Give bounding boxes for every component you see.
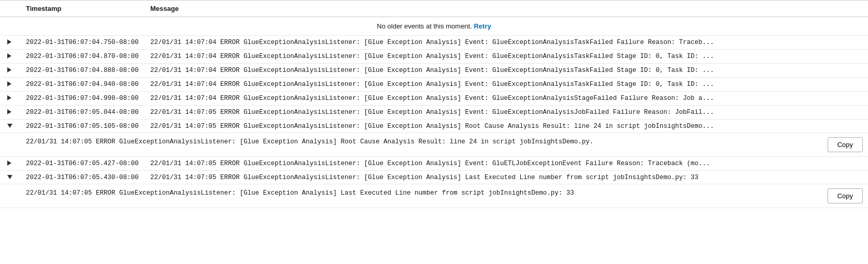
message-cell: 22/01/31 14:07:04 ERROR GlueExceptionAna… xyxy=(145,92,868,106)
triangle-right-icon xyxy=(7,95,11,100)
no-events-text: No older events at this moment. xyxy=(377,22,474,30)
timestamp-cell: 2022-01-31T06:07:05.430-08:00 xyxy=(21,171,145,184)
timestamp-cell: 2022-01-31T06:07:05.105-08:00 xyxy=(21,120,145,133)
expand-cell[interactable] xyxy=(0,78,21,92)
timestamp-cell: 2022-01-31T06:07:04.750-08:00 xyxy=(21,36,145,50)
message-cell: 22/01/31 14:07:04 ERROR GlueExceptionAna… xyxy=(145,64,868,78)
expand-cell[interactable] xyxy=(0,64,21,78)
header-timestamp: Timestamp xyxy=(21,1,145,17)
log-table: Timestamp Message No older events at thi… xyxy=(0,0,868,208)
expanded-cell: 22/01/31 14:07:05 ERROR GlueExceptionAna… xyxy=(0,133,868,157)
expand-button[interactable] xyxy=(5,122,15,130)
table-row: 2022-01-31T06:07:04.870-08:0022/01/31 14… xyxy=(0,50,868,64)
message-cell: 22/01/31 14:07:04 ERROR GlueExceptionAna… xyxy=(145,78,868,92)
triangle-down-icon xyxy=(7,124,12,128)
no-events-row: No older events at this moment. Retry xyxy=(0,17,868,36)
timestamp-cell: 2022-01-31T06:07:05.427-08:00 xyxy=(21,157,145,171)
expand-button[interactable] xyxy=(5,108,13,116)
triangle-right-icon xyxy=(7,109,11,114)
triangle-down-icon xyxy=(7,175,12,179)
triangle-right-icon xyxy=(7,39,11,45)
expand-button[interactable] xyxy=(5,52,13,61)
table-header: Timestamp Message xyxy=(0,1,868,17)
expand-cell[interactable] xyxy=(0,171,21,184)
retry-link[interactable]: Retry xyxy=(474,22,491,30)
expanded-content-row: 22/01/31 14:07:05 ERROR GlueExceptionAna… xyxy=(0,133,868,157)
message-cell: 22/01/31 14:07:05 ERROR GlueExceptionAna… xyxy=(145,171,868,184)
triangle-right-icon xyxy=(7,67,11,72)
expanded-text: 22/01/31 14:07:05 ERROR GlueExceptionAna… xyxy=(26,137,817,147)
header-message: Message xyxy=(145,1,868,17)
expanded-text: 22/01/31 14:07:05 ERROR GlueExceptionAna… xyxy=(26,188,817,198)
table-row: 2022-01-31T06:07:05.427-08:0022/01/31 14… xyxy=(0,157,868,171)
expand-button[interactable] xyxy=(5,159,13,168)
expand-button[interactable] xyxy=(5,173,15,181)
message-cell: 22/01/31 14:07:04 ERROR GlueExceptionAna… xyxy=(145,50,868,64)
expand-button[interactable] xyxy=(5,80,13,89)
message-cell: 22/01/31 14:07:05 ERROR GlueExceptionAna… xyxy=(145,120,868,133)
timestamp-cell: 2022-01-31T06:07:04.870-08:00 xyxy=(21,50,145,64)
expand-cell[interactable] xyxy=(0,106,21,120)
timestamp-cell: 2022-01-31T06:07:04.940-08:00 xyxy=(21,78,145,92)
table-row: 2022-01-31T06:07:05.430-08:0022/01/31 14… xyxy=(0,171,868,184)
table-row: 2022-01-31T06:07:04.888-08:0022/01/31 14… xyxy=(0,64,868,78)
table-row: 2022-01-31T06:07:05.105-08:0022/01/31 14… xyxy=(0,120,868,133)
expand-button[interactable] xyxy=(5,66,13,75)
triangle-right-icon xyxy=(7,160,11,166)
table-row: 2022-01-31T06:07:05.044-08:0022/01/31 14… xyxy=(0,106,868,120)
expand-button[interactable] xyxy=(5,38,13,47)
expand-cell[interactable] xyxy=(0,157,21,171)
expanded-content-wrapper: 22/01/31 14:07:05 ERROR GlueExceptionAna… xyxy=(26,188,863,203)
header-expand xyxy=(0,1,21,17)
expanded-content-row: 22/01/31 14:07:05 ERROR GlueExceptionAna… xyxy=(0,184,868,208)
triangle-right-icon xyxy=(7,81,11,86)
expand-cell[interactable] xyxy=(0,92,21,106)
copy-button[interactable]: Copy xyxy=(828,137,863,152)
expand-cell[interactable] xyxy=(0,50,21,64)
expand-cell[interactable] xyxy=(0,120,21,133)
message-cell: 22/01/31 14:07:05 ERROR GlueExceptionAna… xyxy=(145,157,868,171)
timestamp-cell: 2022-01-31T06:07:05.044-08:00 xyxy=(21,106,145,120)
message-cell: 22/01/31 14:07:05 ERROR GlueExceptionAna… xyxy=(145,106,868,120)
expanded-content-wrapper: 22/01/31 14:07:05 ERROR GlueExceptionAna… xyxy=(26,137,863,152)
expanded-cell: 22/01/31 14:07:05 ERROR GlueExceptionAna… xyxy=(0,184,868,208)
message-cell: 22/01/31 14:07:04 ERROR GlueExceptionAna… xyxy=(145,36,868,50)
table-row: 2022-01-31T06:07:04.750-08:0022/01/31 14… xyxy=(0,36,868,50)
timestamp-cell: 2022-01-31T06:07:04.998-08:00 xyxy=(21,92,145,106)
table-row: 2022-01-31T06:07:04.940-08:0022/01/31 14… xyxy=(0,78,868,92)
expand-cell[interactable] xyxy=(0,36,21,50)
timestamp-cell: 2022-01-31T06:07:04.888-08:00 xyxy=(21,64,145,78)
copy-button[interactable]: Copy xyxy=(828,188,863,203)
table-row: 2022-01-31T06:07:04.998-08:0022/01/31 14… xyxy=(0,92,868,106)
triangle-right-icon xyxy=(7,53,11,58)
expand-button[interactable] xyxy=(5,94,13,102)
